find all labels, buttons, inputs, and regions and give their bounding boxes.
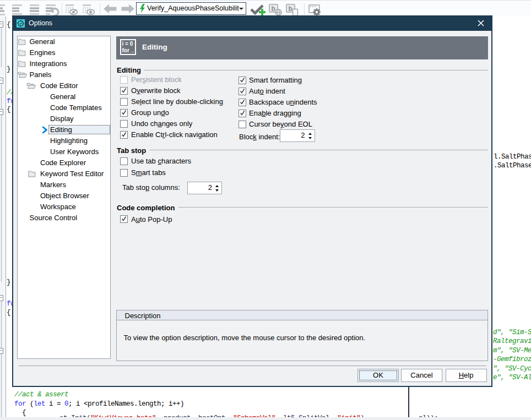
svg-text:b: b: [272, 5, 275, 13]
svg-text:b: b: [289, 5, 292, 13]
